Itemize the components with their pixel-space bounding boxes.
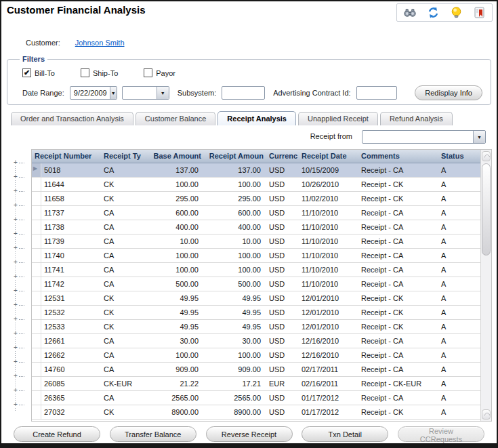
table-row[interactable]: 26085CK-EUR21.2217.21EUR02/16/2011Receip… [32,377,480,391]
checkbox-ship-to[interactable]: ✔ Ship-To [81,68,118,77]
grid-header: Receipt NumberReceipt TyBase AmountRecei… [32,150,480,163]
row-indicator [32,405,41,419]
cell-status: A [438,306,480,319]
transfer-balance-button[interactable]: Transfer Balance [110,426,196,442]
table-row[interactable]: 11741CA100.00100.00USD11/10/2010Receipt … [32,263,480,277]
lightbulb-icon[interactable] [450,7,462,19]
redisplay-info-button[interactable]: Redisplay Info [415,85,482,100]
cell-receipt-number: 11742 [41,277,101,291]
table-row[interactable]: ▶5018CA137.00137.00USD10/15/2009Receipt … [32,163,480,178]
cell-receipt-type: CK [101,178,146,191]
checkbox-payor[interactable]: ✔ Payor [144,68,175,77]
checkbox-box[interactable]: ✔ [22,68,31,77]
table-row[interactable]: 11658CK295.00295.00USD11/02/2010Receipt … [32,192,480,206]
cell-status: A [438,291,480,305]
chevron-down-icon[interactable]: ▼ [473,131,485,143]
filters-legend: Filters [20,55,47,63]
cell-receipt-number: 12662 [41,348,101,362]
grid-header-status[interactable]: Status [438,150,480,163]
tab-unapplied-receipt[interactable]: Unapplied Receipt [298,112,378,125]
cell-receipt-date: 02/17/2011 [299,363,358,376]
cell-receipt-date: 12/16/2010 [299,334,358,348]
filter-checkboxes: ✔ Bill-To ✔ Ship-To ✔ Payor [22,68,484,77]
table-row[interactable]: 11738CA400.00400.00USD11/10/2010Receipt … [32,220,480,235]
table-row[interactable]: 11742CA500.00500.00USD11/10/2010Receipt … [32,277,480,291]
cell-receipt-date: 11/02/2010 [299,192,358,205]
create-refund-button[interactable]: Create Refund [14,426,100,442]
cell-comments: Receipt - CK [358,178,438,191]
grid-header-base-amount[interactable]: Base Amount [146,150,204,163]
txn-detail-button[interactable]: Txn Detail [302,426,388,442]
checkbox-label: Bill-To [35,69,55,77]
tab-receipt-analysis[interactable]: Receipt Analysis [217,111,296,125]
table-row[interactable]: 12661CA30.0030.00USD12/16/2010Receipt - … [32,334,480,348]
scrollbar-thumb[interactable] [482,163,491,256]
review-ccrequests-button[interactable]: Review CCRequests [398,426,484,442]
tab-refund-analysis[interactable]: Refund Analysis [380,112,453,125]
grid-main: Receipt NumberReceipt TyBase AmountRecei… [32,150,480,421]
date-range-select[interactable]: 9/22/2009 ▼ [70,86,117,100]
cell-receipt-number: 26365 [41,391,101,405]
row-indicator [32,306,41,319]
cell-currency: USD [266,249,299,262]
cell-base-amount: 30.00 [146,334,204,348]
table-row[interactable]: 12531CK49.9549.95USD12/01/2010Receipt - … [32,291,480,306]
cell-receipt-date: 01/17/2012 [299,405,358,419]
report-icon[interactable] [473,7,485,19]
advertising-contract-input[interactable] [356,86,397,100]
checkbox-box[interactable]: ✔ [144,68,152,77]
cell-base-amount: 100.00 [146,348,204,362]
cell-comments: Receipt - CK-EUR [358,377,438,390]
cell-base-amount: 10.00 [146,235,204,248]
cell-receipt-amount: 8900.00 [204,405,266,419]
row-expand-icon[interactable]: + [13,403,30,418]
cell-receipt-amount: 49.95 [204,291,266,305]
cell-receipt-number: 11738 [41,220,101,234]
grid-header-currency[interactable]: Currenc [266,150,299,163]
scroll-down-button[interactable] [482,409,491,420]
table-row[interactable]: 11740CA100.00100.00USD11/10/2010Receipt … [32,249,480,263]
cell-receipt-type: CA [101,163,146,177]
chevron-down-icon[interactable]: ▼ [110,87,117,99]
advertising-contract-label: Advertising Contract Id: [273,89,350,97]
table-row[interactable]: 26365CA2565.002565.00USD01/17/2012Receip… [32,391,480,405]
customer-name-link[interactable]: Johnson Smith [75,39,125,47]
chevron-down-icon[interactable]: ▼ [157,87,169,99]
cell-currency: USD [266,320,299,333]
cell-receipt-amount: 10.00 [204,235,266,248]
binoculars-icon[interactable] [404,7,416,19]
grid-header-comments[interactable]: Comments [358,150,438,163]
grid-header-receipt-date[interactable]: Receipt Date [299,150,358,163]
table-row[interactable]: 12662CA100.00100.00USD12/16/2010Receipt … [32,348,480,363]
table-row[interactable]: 14760CA909.00909.00USD02/17/2011Receipt … [32,363,480,377]
table-row[interactable]: 12533CK49.9549.95USD12/01/2010Receipt - … [32,320,480,334]
table-row[interactable]: 12532CK49.9549.95USD12/01/2010Receipt - … [32,306,480,320]
cell-comments: Receipt - CA [358,220,438,234]
checkbox-bill-to[interactable]: ✔ Bill-To [22,68,55,77]
receipt-grid: Receipt NumberReceipt TyBase AmountRecei… [31,149,492,422]
table-row[interactable]: 11644CK100.00100.00USD10/26/2010Receipt … [32,178,480,192]
cell-status: A [438,220,480,234]
row-indicator [32,377,41,390]
grid-header-receipt-amount[interactable]: Receipt Amoun [204,150,266,163]
cell-receipt-number: 14760 [41,363,101,376]
cell-receipt-number: 11741 [41,263,101,277]
cell-currency: USD [266,405,299,419]
secondary-date-select[interactable]: ▼ [122,86,169,100]
grid-header-receipt-number[interactable]: Receipt Number [32,150,101,163]
table-row[interactable]: 27032CK8900.008900.00USD01/17/2012Receip… [32,405,480,420]
scroll-up-button[interactable] [482,151,491,161]
row-indicator [32,263,41,277]
cell-comments: Receipt - CA [358,206,438,220]
table-row[interactable]: 11739CA10.0010.00USD11/10/2010Receipt - … [32,235,480,249]
grid-header-receipt-type[interactable]: Receipt Ty [101,150,146,163]
tab-customer-balance[interactable]: Customer Balance [136,112,216,125]
reverse-receipt-button[interactable]: Reverse Receipt [206,426,293,442]
refresh-icon[interactable] [427,7,439,19]
tab-order-and-transaction-analysis[interactable]: Order and Transaction Analysis [11,112,133,125]
receipt-from-select[interactable]: ▼ [362,130,486,144]
vertical-scrollbar[interactable] [480,150,491,421]
table-row[interactable]: 11737CA600.00600.00USD11/10/2010Receipt … [32,206,480,220]
checkbox-box[interactable]: ✔ [81,68,89,77]
subsystem-input[interactable] [222,86,265,100]
